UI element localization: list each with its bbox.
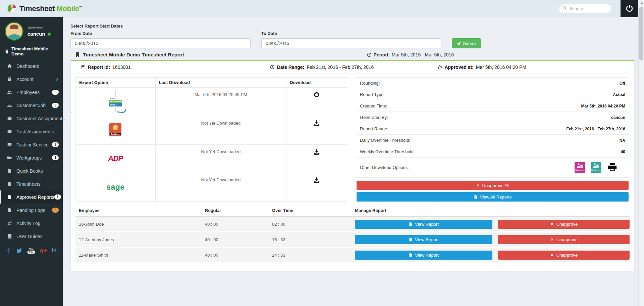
detail-value: Feb 21st, 2016 - Feb 27th, 2016 bbox=[567, 127, 625, 131]
unapprove-button[interactable]: Unapprove bbox=[498, 235, 630, 244]
exchange-icon bbox=[7, 221, 12, 226]
sidebar-item-dashboard[interactable]: Dashboard bbox=[0, 59, 63, 73]
book-icon bbox=[7, 234, 12, 239]
online-status-dot bbox=[48, 33, 51, 36]
sidebar-item-employees[interactable]: Employees 5 bbox=[0, 86, 63, 99]
sidebar-item-workgroups[interactable]: Workgroups 1 bbox=[0, 151, 63, 164]
download-action-button[interactable] bbox=[313, 91, 320, 98]
sidebar: Welcome, cancun Timesheet Mobile Demo Da… bbox=[0, 17, 63, 306]
youtube-icon[interactable]: You Tube bbox=[28, 248, 35, 254]
main-content: Select Report Start Dates From Date To D… bbox=[63, 17, 638, 306]
sidebar-item-approved-reports[interactable]: Approved Reports 1 bbox=[0, 190, 63, 204]
detail-value: Actual bbox=[613, 92, 625, 97]
qbo-logo[interactable]: intuitQuickBooksOnline bbox=[109, 91, 122, 113]
detail-value: NA bbox=[620, 138, 625, 143]
report-period: Period: Mar 5th, 2015 - Mar 5th, 2016 bbox=[367, 52, 454, 57]
file-icon bbox=[7, 208, 12, 213]
employee-name: 11-Marie Smith bbox=[75, 253, 202, 258]
sage-logo[interactable]: sage bbox=[106, 183, 124, 192]
regular-hours: 40 : 00 bbox=[202, 237, 269, 242]
count-badge: 3 bbox=[52, 142, 59, 147]
detail-row: Created Time: Mar 5th, 2016 04:20 PM bbox=[357, 100, 629, 112]
submit-button[interactable]: Submit bbox=[452, 38, 481, 48]
employees-excel-export-icon[interactable]: Employees bbox=[591, 162, 601, 173]
user-panel: Welcome, cancun bbox=[0, 17, 63, 44]
sidebar-item-activity-log[interactable]: Activity Log bbox=[0, 217, 63, 230]
count-badge: 5 bbox=[52, 90, 59, 95]
sidebar-item-customer-job[interactable]: Customer:Job 3 bbox=[0, 99, 63, 112]
scrollbar-thumb[interactable] bbox=[639, 7, 643, 60]
google-plus-icon[interactable]: g+ bbox=[40, 247, 47, 254]
scrollbar-up-arrow[interactable] bbox=[640, 2, 643, 4]
view-report-button[interactable]: View Report bbox=[355, 220, 492, 229]
employee-name: 10-John Doe bbox=[75, 222, 202, 227]
sidebar-item-label: Task or Service bbox=[16, 142, 52, 147]
app-logo: Timesheet Mobile™ bbox=[0, 4, 82, 13]
download-action-button[interactable] bbox=[313, 148, 320, 155]
download-action-button[interactable] bbox=[313, 177, 320, 183]
employee-row: 12-Anthony Jones 40 : 00 16 : 33 View Re… bbox=[75, 232, 630, 248]
search-box bbox=[559, 4, 611, 13]
detail-row: Report Type: Actual bbox=[357, 89, 629, 100]
last-download-value: Not Yet Downloaded bbox=[155, 173, 286, 202]
building-icon bbox=[5, 49, 9, 54]
view-report-button[interactable]: View Report bbox=[355, 235, 492, 244]
detail-label: Report Range: bbox=[360, 126, 388, 131]
file-icon bbox=[409, 253, 413, 257]
search-input[interactable] bbox=[567, 6, 608, 11]
overtime-header: Over Time bbox=[272, 208, 355, 213]
to-date-input[interactable] bbox=[261, 38, 441, 48]
report-panel: Report Id:1603001 Date Range:Feb 21st, 2… bbox=[70, 60, 635, 271]
download-action-button[interactable] bbox=[313, 120, 320, 127]
sidebar-item-label: Customer Assignments bbox=[16, 116, 65, 121]
welcome-text: Welcome, bbox=[28, 26, 51, 30]
sidebar-item-label: Activity Log bbox=[16, 221, 59, 226]
sidebar-item-label: Quick Books bbox=[16, 168, 59, 174]
from-date-input[interactable] bbox=[70, 38, 251, 48]
view-all-reports-button[interactable]: View All Reports bbox=[357, 192, 629, 202]
logout-power-button[interactable] bbox=[621, 0, 638, 17]
adp-logo[interactable]: ADP bbox=[108, 154, 123, 163]
social-links: You Tube g+ in bbox=[0, 243, 63, 254]
folder-icon bbox=[7, 155, 12, 160]
facebook-icon[interactable] bbox=[5, 248, 11, 254]
sidebar-item-task-or-service[interactable]: Task or Service 3 bbox=[0, 138, 63, 151]
report-id: Report Id:1603001 bbox=[81, 64, 131, 70]
page-scrollbar[interactable] bbox=[638, 0, 644, 306]
view-report-button[interactable]: View Report bbox=[355, 251, 492, 260]
chevron-right-icon bbox=[55, 78, 59, 81]
customers-excel-export-icon[interactable]: Customers bbox=[575, 162, 585, 173]
employee-table: Employee Regular Over Time Manage Report… bbox=[75, 207, 630, 263]
last-download-header: Last Download bbox=[155, 78, 286, 88]
sidebar-item-task-assignments[interactable]: Task Assignments bbox=[0, 125, 63, 138]
sidebar-item-label: Pending Logs bbox=[16, 208, 52, 213]
detail-label: Rounding: bbox=[360, 81, 380, 86]
sidebar-item-pending-logs[interactable]: Pending Logs 3 bbox=[0, 204, 63, 217]
file-icon bbox=[474, 195, 478, 199]
flag-icon bbox=[81, 65, 86, 70]
unapprove-button[interactable]: Unapprove bbox=[498, 251, 630, 260]
file-icon bbox=[7, 194, 12, 200]
count-badge: 3 bbox=[52, 208, 59, 213]
sidebar-item-user-guides[interactable]: User Guides bbox=[0, 230, 63, 243]
other-download-options: Other Download Options: Customers Employ… bbox=[357, 158, 629, 178]
twitter-icon[interactable] bbox=[16, 248, 22, 254]
sidebar-item-account[interactable]: Account bbox=[0, 73, 63, 86]
qb-logo[interactable]: QuickBooks bbox=[109, 123, 121, 136]
export-options-table: Export Option Last Download Download int… bbox=[75, 77, 347, 202]
unapprove-all-button[interactable]: Unapprove All bbox=[357, 181, 629, 190]
count-badge: 1 bbox=[52, 155, 59, 160]
other-options-label: Other Download Options: bbox=[360, 165, 409, 170]
detail-value: Off bbox=[620, 81, 625, 86]
sidebar-item-label: Workgroups bbox=[16, 155, 52, 161]
report-title: Timesheet Mobile Demo Timesheet Report bbox=[75, 52, 184, 57]
search-icon bbox=[562, 6, 567, 12]
sidebar-item-customer-assignments[interactable]: Customer Assignments bbox=[0, 112, 63, 125]
export-row: QuickBooks Not Yet Downloaded bbox=[76, 116, 347, 144]
unapprove-button[interactable]: Unapprove bbox=[498, 220, 630, 229]
print-button[interactable] bbox=[607, 163, 618, 172]
sidebar-item-timesheets[interactable]: Timesheets bbox=[0, 177, 63, 190]
sidebar-item-quick-books[interactable]: Quick Books bbox=[0, 164, 63, 177]
date-range: Date Range:Feb 21st, 2016 - Feb 27th, 20… bbox=[270, 64, 374, 70]
linkedin-icon[interactable]: in bbox=[52, 248, 57, 254]
